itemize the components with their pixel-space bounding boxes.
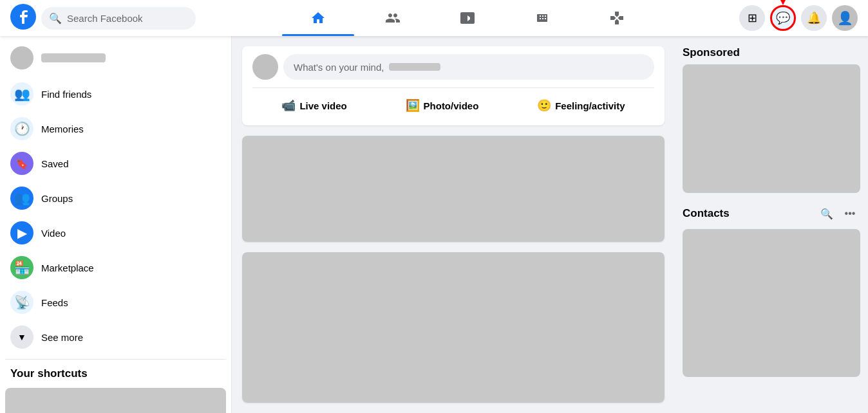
sidebar-item-feeds[interactable]: 📡 Feeds [5, 286, 226, 319]
contacts-header: Contacts 🔍 ••• [683, 203, 860, 224]
post-input-username-blur [389, 63, 440, 71]
groups-icon: 👥 [10, 187, 33, 210]
svg-marker-1 [770, 0, 796, 5]
header-nav [201, 3, 734, 33]
post-input-fake[interactable]: What's on your mind, [283, 54, 654, 80]
feeds-icon: 📡 [10, 291, 33, 314]
create-post-divider [252, 87, 654, 88]
header-actions: ⊞ 💬 🔔 👤 [739, 5, 858, 31]
nav-watch[interactable] [431, 3, 504, 33]
contacts-search-button[interactable]: 🔍 [816, 203, 837, 224]
nav-home[interactable] [282, 3, 354, 33]
bell-icon: 🔔 [807, 11, 821, 25]
messenger-button[interactable]: 💬 [770, 5, 796, 31]
sidebar-item-marketplace[interactable]: 🏪 Marketplace [5, 251, 226, 284]
groups-label: Groups [41, 193, 73, 204]
nav-marketplace-header[interactable] [506, 3, 578, 33]
live-video-label: Live video [299, 100, 346, 111]
account-button[interactable]: 👤 [832, 5, 858, 31]
sidebar-item-groups[interactable]: 👥 Groups [5, 181, 226, 215]
sidebar-item-find-friends[interactable]: 👥 Find friends [5, 77, 226, 111]
menu-button[interactable]: ⊞ [739, 5, 765, 31]
sidebar-item-saved[interactable]: 🔖 Saved [5, 147, 226, 180]
feeds-label: Feeds [41, 297, 68, 308]
memories-icon: 🕐 [10, 117, 33, 140]
create-post-actions: 📹 Live video 🖼️ Photo/video 🙂 Feeling/ac… [252, 93, 654, 118]
search-placeholder: Search Facebook [67, 13, 143, 24]
find-friends-icon: 👥 [10, 82, 33, 106]
post-avatar [252, 54, 278, 80]
feeling-activity-button[interactable]: 🙂 Feeling/activity [529, 93, 632, 118]
see-more-icon: ▼ [10, 326, 33, 349]
search-icon: 🔍 [49, 12, 62, 24]
profile-avatar [10, 46, 33, 69]
feeling-icon: 🙂 [537, 98, 551, 113]
sponsored-title: Sponsored [683, 46, 860, 59]
contacts-title: Contacts [683, 207, 730, 220]
right-panel: Sponsored Contacts 🔍 ••• [675, 36, 868, 413]
photo-video-icon: 🖼️ [406, 98, 420, 113]
photo-video-button[interactable]: 🖼️ Photo/video [398, 93, 487, 118]
sidebar: 👥 Find friends 🕐 Memories 🔖 Saved 👥 Grou… [0, 36, 232, 413]
live-video-icon: 📹 [281, 98, 296, 113]
search-bar[interactable]: 🔍 Search Facebook [41, 7, 196, 30]
nav-gaming[interactable] [581, 3, 653, 33]
saved-label: Saved [41, 158, 69, 169]
post-card-1 [242, 136, 665, 242]
shortcuts-title: Your shortcuts [5, 365, 226, 385]
post-placeholder-2 [242, 252, 665, 403]
messenger-btn-wrapper: 💬 [770, 5, 796, 31]
profile-name [41, 53, 106, 62]
find-friends-label: Find friends [41, 89, 91, 100]
nav-friends[interactable] [357, 3, 429, 33]
grid-icon: ⊞ [748, 11, 757, 25]
post-placeholder-1 [242, 136, 665, 242]
saved-icon: 🔖 [10, 152, 33, 175]
facebook-logo[interactable] [10, 4, 36, 32]
contacts-icons: 🔍 ••• [816, 203, 860, 224]
video-icon: ▶ [10, 221, 33, 244]
live-video-button[interactable]: 📹 Live video [274, 93, 354, 118]
notifications-button[interactable]: 🔔 [801, 5, 827, 31]
main-layout: 👥 Find friends 🕐 Memories 🔖 Saved 👥 Grou… [0, 36, 868, 413]
create-post-top: What's on your mind, [252, 54, 654, 80]
feeling-label: Feeling/activity [555, 100, 625, 111]
marketplace-icon: 🏪 [10, 256, 33, 279]
sidebar-item-video[interactable]: ▶ Video [5, 216, 226, 250]
feed: What's on your mind, 📹 Live video 🖼️ Pho… [232, 36, 675, 413]
header: 🔍 Search Facebook ⊞ 💬 [0, 0, 868, 36]
messenger-icon: 💬 [776, 11, 790, 25]
post-input-placeholder: What's on your mind, [294, 62, 384, 73]
sidebar-profile[interactable] [5, 41, 226, 75]
video-label: Video [41, 228, 66, 239]
shortcut-placeholder [5, 388, 226, 413]
sidebar-item-memories[interactable]: 🕐 Memories [5, 112, 226, 145]
marketplace-label: Marketplace [41, 262, 94, 273]
post-card-2 [242, 252, 665, 403]
contacts-more-icon: ••• [845, 208, 856, 219]
sidebar-divider [5, 359, 226, 360]
sidebar-item-see-more[interactable]: ▼ See more [5, 320, 226, 354]
memories-label: Memories [41, 124, 84, 134]
contacts-search-icon: 🔍 [820, 208, 833, 220]
see-more-label: See more [41, 332, 83, 343]
account-icon: 👤 [837, 10, 853, 26]
create-post-card: What's on your mind, 📹 Live video 🖼️ Pho… [242, 46, 665, 125]
photo-video-label: Photo/video [424, 100, 479, 111]
contacts-placeholder [683, 229, 860, 377]
contacts-more-button[interactable]: ••• [840, 203, 860, 224]
sponsored-placeholder [683, 64, 860, 193]
